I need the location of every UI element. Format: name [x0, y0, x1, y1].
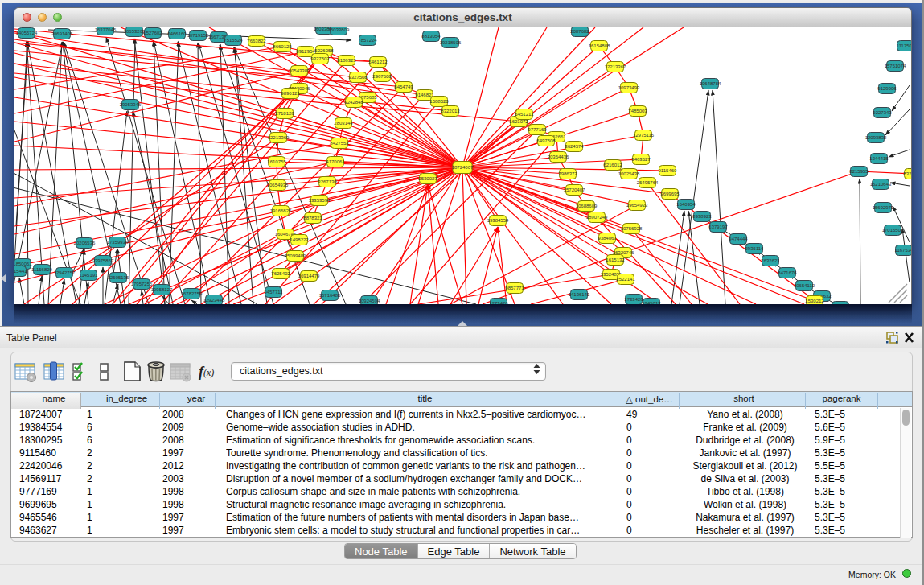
svg-text:8215955: 8215955	[849, 169, 869, 174]
svg-text:12213367: 12213367	[605, 64, 626, 69]
svg-text:8454749: 8454749	[394, 84, 413, 89]
svg-text:4170061: 4170061	[326, 159, 345, 164]
svg-text:10653267: 10653267	[124, 29, 146, 34]
svg-text:17016504: 17016504	[882, 228, 904, 233]
svg-text:7857224: 7857224	[358, 38, 377, 43]
svg-text:19166825: 19166825	[270, 208, 292, 213]
svg-text:10756928: 10756928	[621, 226, 643, 231]
svg-text:7986372: 7986372	[558, 171, 577, 176]
svg-text:1640954: 1640954	[676, 202, 696, 207]
svg-text:1117504: 1117504	[897, 43, 911, 48]
svg-text:9896121: 9896121	[281, 91, 300, 96]
svg-text:1167534: 1167534	[895, 248, 911, 253]
svg-text:10654935: 10654935	[267, 183, 289, 187]
svg-text:19218506: 19218506	[440, 40, 462, 45]
svg-text:6379197: 6379197	[708, 225, 728, 229]
svg-text:10688609: 10688609	[576, 204, 598, 208]
svg-text:9463627: 9463627	[631, 157, 651, 162]
svg-text:93975857: 93975857	[92, 258, 114, 263]
svg-text:25495764: 25495764	[637, 180, 659, 185]
svg-text:8938923: 8938923	[692, 214, 712, 219]
svg-text:9115460: 9115460	[659, 168, 678, 173]
svg-text:5461212: 5461212	[368, 60, 388, 64]
svg-text:6216012: 6216012	[603, 163, 622, 167]
svg-text:3267130: 3267130	[318, 179, 337, 184]
svg-text:8427552: 8427552	[330, 141, 349, 146]
svg-text:2087682: 2087682	[570, 29, 589, 34]
svg-text:18724007: 18724007	[452, 165, 474, 170]
svg-text:9384067: 9384067	[598, 236, 617, 241]
svg-text:2967608: 2967608	[372, 74, 392, 79]
svg-text:2530027: 2530027	[418, 176, 437, 181]
svg-text:1610755: 1610755	[267, 159, 286, 164]
svg-text:9474444: 9474444	[729, 237, 748, 241]
svg-text:15099489: 15099489	[285, 253, 306, 258]
svg-text:16377045: 16377045	[95, 27, 117, 32]
svg-text:12942757: 12942757	[54, 270, 76, 275]
svg-text:7663822: 7663822	[247, 39, 266, 43]
svg-text:2803144: 2803144	[334, 121, 353, 126]
svg-text:16154808: 16154808	[589, 43, 610, 48]
svg-text:2522141: 2522141	[616, 277, 635, 282]
svg-text:11156829: 11156829	[31, 267, 52, 272]
svg-text:8322013: 8322013	[441, 109, 460, 113]
svg-text:7485003: 7485003	[628, 109, 647, 113]
svg-text:19654923: 19654923	[626, 203, 648, 208]
svg-text:8912954: 8912954	[296, 49, 315, 54]
svg-text:12975115: 12975115	[633, 133, 655, 138]
svg-text:9242848: 9242848	[344, 100, 363, 105]
svg-text:5451212: 5451212	[515, 112, 534, 117]
svg-text:9327508: 9327508	[348, 75, 368, 80]
svg-text:12505135: 12505135	[108, 275, 129, 280]
svg-text:7632621: 7632621	[761, 258, 780, 263]
svg-text:1145191: 1145191	[80, 273, 99, 278]
svg-text:12213369: 12213369	[268, 135, 290, 140]
svg-text:16033809: 16033809	[328, 27, 350, 32]
svg-text:7515524: 7515524	[224, 38, 243, 43]
svg-text:10543382: 10543382	[289, 68, 310, 73]
svg-text:20364436: 20364436	[548, 154, 569, 159]
svg-text:6497508: 6497508	[536, 138, 556, 143]
svg-text:9227343: 9227343	[873, 110, 892, 115]
svg-text:17359934: 17359934	[107, 240, 129, 245]
svg-text:15720407: 15720407	[564, 187, 585, 192]
svg-text:6466160: 6466160	[167, 31, 187, 36]
svg-text:2718126: 2718126	[275, 111, 294, 116]
svg-text:10025438: 10025438	[618, 171, 640, 176]
svg-text:3915441: 3915441	[14, 269, 27, 274]
svg-text:9857771: 9857771	[505, 286, 524, 290]
svg-text:1273426: 1273426	[489, 301, 508, 304]
svg-text:1733426: 1733426	[624, 297, 643, 302]
svg-text:17957255: 17957255	[131, 282, 153, 286]
svg-text:9129906: 9129906	[877, 86, 897, 91]
svg-text:20691406: 20691406	[51, 31, 73, 36]
svg-text:12093832: 12093832	[865, 135, 887, 140]
svg-text:8813054: 8813054	[421, 34, 441, 39]
svg-text:12923448: 12923448	[203, 298, 225, 303]
svg-text:13353594: 13353594	[309, 198, 331, 203]
svg-text:1621072: 1621072	[509, 119, 528, 124]
svg-text:(x): (x)	[203, 367, 214, 378]
svg-text:8878321: 8878321	[303, 216, 322, 220]
svg-text:19958127: 19958127	[151, 287, 173, 292]
svg-text:1527602: 1527602	[143, 31, 162, 35]
svg-text:10654112: 10654112	[794, 283, 815, 288]
svg-text:16782759: 16782759	[181, 291, 203, 296]
svg-text:18907249: 18907249	[586, 215, 608, 220]
svg-text:10719155: 10719155	[187, 33, 209, 38]
svg-text:16210643: 16210643	[870, 182, 892, 187]
svg-text:10973493: 10973493	[618, 85, 640, 90]
svg-text:9777169: 9777169	[528, 127, 547, 132]
svg-text:14055724: 14055724	[16, 31, 38, 35]
svg-text:1615132: 1615132	[606, 257, 625, 262]
svg-text:20206536: 20206536	[74, 241, 96, 245]
svg-text:15716485: 15716485	[319, 293, 341, 298]
svg-text:7625402: 7625402	[271, 271, 290, 276]
svg-text:8322013: 8322013	[903, 171, 911, 176]
svg-text:19384554: 19384554	[487, 218, 509, 223]
svg-text:3624574: 3624574	[565, 144, 584, 149]
svg-text:14136141: 14136141	[569, 292, 590, 297]
svg-text:10924504: 10924504	[359, 299, 380, 303]
svg-text:1588520: 1588520	[429, 99, 449, 104]
svg-text:5226058: 5226058	[314, 48, 334, 53]
